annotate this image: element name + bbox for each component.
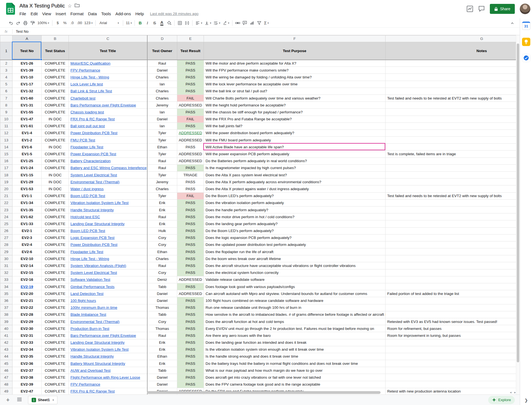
cell-F42[interactable]: Does the landing gear function as intend…	[204, 339, 386, 346]
row-header-41[interactable]: 41	[0, 332, 12, 339]
cell-F5[interactable]: Will the lock lever performance be accep…	[204, 81, 386, 88]
cell-E17[interactable]: PASS	[177, 164, 204, 171]
cell-A40[interactable]: EV2-30	[12, 325, 42, 332]
row-header-30[interactable]: 30	[0, 255, 12, 262]
cell-G33[interactable]	[386, 276, 520, 283]
cell-B38[interactable]: COMPLETE	[42, 311, 69, 318]
font-size-select[interactable]: 11▾	[125, 19, 133, 27]
cell-B13[interactable]: COMPLETE	[42, 137, 69, 144]
cell-D17[interactable]: Raul	[147, 164, 177, 171]
cell-F38[interactable]: How senstive is the aircraft to imbalanc…	[204, 311, 386, 318]
cell-A27[interactable]: EV2-3	[12, 234, 42, 241]
menu-edit[interactable]: Edit	[28, 11, 40, 17]
cell-G32[interactable]	[386, 269, 520, 276]
row-header-25[interactable]: 25	[0, 220, 12, 227]
horizontal-scroll-arrows[interactable]: ◄►	[509, 391, 516, 394]
account-avatar[interactable]	[520, 4, 530, 14]
cell-A46[interactable]: EV2-37	[12, 367, 42, 374]
cell-D38[interactable]: Tabb	[147, 311, 177, 318]
cell-A31[interactable]: EV2-14	[12, 262, 42, 269]
cell-G5[interactable]	[386, 81, 520, 88]
cell-B16[interactable]: COMPLETE	[42, 157, 69, 164]
cell-F35[interactable]: Can aircraft autoland with Mpro and skyv…	[204, 290, 386, 297]
cell-G29[interactable]	[386, 248, 520, 255]
test-title-link[interactable]: Power Expansion PCB Test	[70, 152, 116, 156]
cell-C20[interactable]: Water / dust ingress	[69, 185, 147, 192]
cell-A26[interactable]: EV2-1	[12, 227, 42, 234]
cell-G15[interactable]: Test is complete, failed items are in tr…	[386, 151, 520, 157]
test-title-link[interactable]: Handle Structural Integrity	[70, 354, 114, 358]
cell-F17[interactable]: Is the magnetometer impacted by high cur…	[204, 164, 386, 171]
cell-F18[interactable]: Does the Alta X pass system level electr…	[204, 172, 386, 179]
cell-C8[interactable]: Baro Performance over Flight Envelope	[69, 102, 147, 109]
cell-G14[interactable]	[386, 144, 520, 151]
test-title-link[interactable]: 100 flight hours	[70, 299, 96, 303]
all-sheets-button[interactable]	[14, 398, 25, 403]
cell-B23[interactable]: COMPLETE	[42, 206, 69, 213]
header-cell-E1[interactable]: Test Result	[177, 42, 204, 60]
cell-B2[interactable]: COMPLETE	[42, 60, 69, 67]
row-header-46[interactable]: 46	[0, 367, 12, 374]
cell-C15[interactable]: Power Expansion PCB Test	[69, 151, 147, 157]
cell-C47[interactable]: Flight Performance with Ring Lever Loose	[69, 374, 147, 381]
cell-D16[interactable]: Raul	[147, 157, 177, 164]
cell-B45[interactable]: COMPLETE	[42, 360, 69, 367]
cell-A10[interactable]: EV1-47	[12, 116, 42, 123]
cell-F44[interactable]: Is the handle strong enough and does it …	[204, 353, 386, 360]
test-title-link[interactable]: Baro Performance over Flight Envelope	[70, 333, 136, 338]
row-header-31[interactable]: 31	[0, 262, 12, 269]
format-currency-button[interactable]: $	[54, 19, 61, 27]
test-title-link[interactable]: Software Validation Test	[70, 277, 110, 282]
cell-E23[interactable]: PASS	[177, 206, 204, 213]
cell-F29[interactable]: Does the flopdapter run the life of airc…	[204, 248, 386, 255]
test-title-link[interactable]: Landing Gear Structural Integrity	[70, 222, 125, 226]
row-header-49[interactable]: 49	[0, 388, 12, 394]
cell-A42[interactable]: EV2-33	[12, 339, 42, 346]
cell-B4[interactable]: COMPLETE	[42, 74, 69, 81]
test-title-link[interactable]: Flopdapter Life Test	[70, 145, 103, 149]
cell-B17[interactable]: COMPLETE	[42, 164, 69, 171]
cell-D4[interactable]: Charles	[147, 74, 177, 81]
cell-A24[interactable]: EV1-62	[12, 213, 42, 220]
cell-C18[interactable]: System Level Electrical Test	[69, 172, 147, 179]
row-header-8[interactable]: 8	[0, 102, 12, 109]
cell-E42[interactable]: PASS	[177, 339, 204, 346]
cell-G24[interactable]	[386, 213, 520, 220]
cell-A16[interactable]: EV1-25	[12, 157, 42, 164]
sheet-tab-menu-icon[interactable]: ▾	[53, 399, 54, 401]
functions-button[interactable]: Σ▾	[263, 19, 270, 27]
row-header-15[interactable]: 15	[0, 151, 12, 157]
test-title-link[interactable]: Hinge Life Test - Wiring	[70, 75, 109, 79]
cell-C14[interactable]: Flopdapter Life Test	[69, 144, 147, 151]
cell-D31[interactable]: Raul	[147, 262, 177, 269]
test-title-link[interactable]: Battery Characterization	[70, 159, 111, 163]
cell-F37[interactable]: Run one release candidate unit through 1…	[204, 304, 386, 311]
menu-file[interactable]: File	[17, 11, 28, 17]
cell-D42[interactable]: Erik	[147, 339, 177, 346]
cell-C39[interactable]: Environmental Test (Thermal)	[69, 318, 147, 325]
cell-D45[interactable]: Erik	[147, 360, 177, 367]
cell-F47[interactable]: Does aircraft get into crazy vibrations …	[204, 374, 386, 381]
cell-F26[interactable]: Do the Boom LED's perform adequately?	[204, 227, 386, 234]
cell-C19[interactable]: Environmental Test (Thermal)	[69, 179, 147, 185]
vertical-align-button[interactable]: ▾	[203, 19, 212, 27]
cell-F10[interactable]: Will the FRX Pro and Futaba Range be acc…	[204, 116, 386, 123]
hide-toolbar-button[interactable]	[509, 20, 516, 27]
menu-insert[interactable]: Insert	[53, 11, 68, 17]
cell-B9[interactable]: COMPLETE	[42, 109, 69, 116]
zoom-select[interactable]: 100%▾	[36, 19, 50, 27]
cell-G16[interactable]	[386, 157, 520, 164]
menu-view[interactable]: View	[40, 11, 53, 17]
cell-B26[interactable]: COMPLETE	[42, 227, 69, 234]
cell-D20[interactable]: Charles	[147, 185, 177, 192]
undo-button[interactable]	[7, 19, 14, 27]
keep-icon[interactable]	[522, 38, 530, 46]
cell-C34[interactable]: Gimbal Performance Tests	[69, 283, 147, 290]
cell-C7[interactable]: Charliebolt test	[69, 95, 147, 101]
row-header-6[interactable]: 6	[0, 88, 12, 95]
cell-F45[interactable]: Do the battery trays hold the battery in…	[204, 360, 386, 367]
cell-A7[interactable]: EV1-60	[12, 95, 42, 101]
cell-G34[interactable]	[386, 283, 520, 290]
cell-B5[interactable]: COMPLETE	[42, 81, 69, 88]
test-title-link[interactable]: Landing Gear Structural Integrity	[70, 340, 125, 345]
